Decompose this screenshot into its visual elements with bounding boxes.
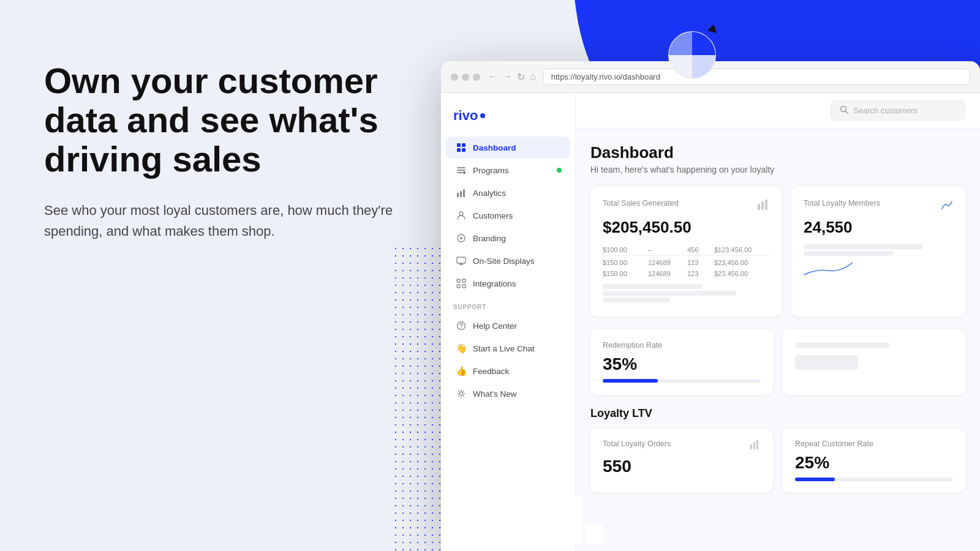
dashboard-subtitle: Hi team, here's what's happening on your… — [590, 165, 965, 174]
total-members-card: Total Loyalty Members 24,550 — [791, 187, 965, 317]
back-button[interactable]: ← — [488, 71, 497, 83]
sidebar-logo: rivo — [441, 103, 575, 136]
repeat-customer-value: 25% — [795, 453, 953, 473]
sidebar-item-live-chat[interactable]: 👋 Start a Live Chat — [446, 337, 570, 359]
total-members-header: Total Loyalty Members — [804, 199, 953, 213]
sales-mini-table: $100.00 – 456 $123,456.00 $150.00 124689… — [603, 244, 769, 302]
svg-rect-25 — [765, 200, 767, 210]
sidebar-item-branding[interactable]: Branding — [446, 227, 570, 249]
redemption-progress-bar — [603, 379, 761, 383]
search-icon — [840, 105, 848, 116]
support-section-label: SUPPORT — [441, 295, 575, 314]
svg-rect-5 — [457, 148, 461, 152]
url-bar[interactable]: https://loyalty.rivo.io/dashboard — [543, 69, 970, 85]
sidebar-item-customers[interactable]: Customers — [446, 204, 570, 227]
svg-rect-15 — [457, 279, 460, 282]
sidebar-item-integrations[interactable]: Integrations — [446, 272, 570, 294]
app-layout: rivo Dashboard — [441, 93, 980, 551]
svg-rect-24 — [761, 201, 764, 210]
top-bar: Search customers — [576, 93, 980, 129]
second-stats-row: Redemption Rate 35% — [590, 329, 965, 395]
redemption-label: Redemption Rate — [603, 341, 662, 350]
loyalty-orders-value: 550 — [603, 457, 761, 476]
shimmer-row — [804, 251, 893, 256]
members-shimmer — [804, 244, 953, 280]
loyalty-grid: Total Loyalty Orders — [590, 429, 965, 492]
shimmer-row — [804, 244, 923, 249]
sidebar-item-dashboard[interactable]: Dashboard — [446, 137, 570, 159]
shimmer-row — [603, 298, 669, 302]
loyalty-ltv-title: Loyalty LTV — [590, 407, 965, 420]
svg-rect-28 — [756, 440, 758, 449]
loyalty-orders-label: Total Loyalty Orders — [603, 440, 671, 448]
redemption-rate-card: Redemption Rate 35% — [590, 329, 773, 395]
sidebar-item-on-site-displays[interactable]: On-Site Displays — [446, 250, 570, 272]
svg-rect-4 — [462, 143, 466, 147]
svg-rect-16 — [462, 279, 466, 282]
integrations-icon — [456, 278, 467, 289]
members-sparkline — [804, 260, 853, 278]
total-sales-label: Total Sales Generated — [603, 199, 679, 208]
loyalty-orders-chart-icon — [750, 440, 761, 452]
search-customers-box[interactable]: Search customers — [831, 100, 965, 121]
browser-dot-red — [451, 73, 458, 81]
browser-dot-green — [473, 73, 480, 81]
shimmer — [795, 355, 858, 370]
browser-dot-yellow — [462, 73, 469, 81]
svg-rect-23 — [758, 204, 760, 210]
table-row: $150.00 124689 123 $23,456.00 — [603, 257, 769, 268]
shimmer-row — [603, 284, 703, 289]
live-chat-icon: 👋 — [456, 343, 467, 354]
programs-icon — [456, 165, 467, 176]
repeat-customer-progress — [795, 478, 953, 481]
repeat-customer-rate-card: Repeat Customer Rate 25% — [783, 429, 965, 492]
bar-chart-icon — [757, 199, 769, 213]
svg-rect-3 — [457, 143, 461, 147]
total-members-value: 24,550 — [804, 218, 953, 237]
browser-navigation[interactable]: ← → ↻ ⌂ — [488, 71, 536, 83]
forward-button[interactable]: → — [502, 71, 512, 83]
dashboard-icon — [456, 142, 467, 153]
dashboard-title: Dashboard — [590, 143, 965, 162]
main-content: Search customers Dashboard Hi team, here… — [576, 93, 980, 551]
browser-container: ← → ↻ ⌂ https://loyalty.rivo.io/dashboar… — [392, 0, 980, 551]
sidebar-item-help-center[interactable]: Help Center — [446, 315, 570, 337]
repeat-customer-header: Repeat Customer Rate — [795, 440, 953, 448]
hero-subtext: See who your most loyal customers are, h… — [44, 200, 399, 242]
table-header-row: $100.00 – 456 $123,456.00 — [603, 244, 769, 256]
shimmer — [795, 343, 890, 348]
svg-point-11 — [459, 212, 463, 216]
svg-point-20 — [461, 328, 461, 328]
analytics-icon — [456, 187, 467, 198]
home-button[interactable]: ⌂ — [530, 71, 536, 83]
repeat-customer-label: Repeat Customer Rate — [795, 440, 873, 448]
svg-marker-2 — [560, 473, 567, 480]
hero-headline: Own your customer data and see what's dr… — [44, 61, 399, 178]
svg-rect-10 — [463, 189, 465, 197]
pie-chart-decoration — [662, 24, 723, 86]
repeat-customer-fill — [795, 478, 835, 481]
redemption-value: 35% — [603, 354, 761, 374]
members-chart-icon — [941, 199, 953, 213]
browser-traffic-lights — [451, 73, 480, 81]
on-site-displays-icon — [456, 255, 467, 266]
sidebar-item-whats-new[interactable]: What's New — [446, 383, 570, 405]
sidebar-item-programs[interactable]: Programs — [446, 159, 570, 181]
total-sales-value: $205,450.50 — [603, 218, 769, 237]
customers-icon — [456, 210, 467, 221]
loyalty-orders-header: Total Loyalty Orders — [603, 440, 761, 452]
dashboard-content-area: Dashboard Hi team, here's what's happeni… — [576, 129, 980, 551]
table-row: $150.00 124689 123 $23,456.00 — [603, 268, 769, 279]
help-center-icon — [456, 320, 467, 331]
redemption-progress-fill — [603, 379, 658, 383]
svg-rect-9 — [460, 191, 462, 197]
sidebar-item-analytics[interactable]: Analytics — [446, 182, 570, 204]
sidebar-item-feedback[interactable]: 👍 Feedback — [446, 360, 570, 382]
redemption-header: Redemption Rate — [603, 341, 761, 350]
svg-point-13 — [460, 237, 462, 239]
refresh-button[interactable]: ↻ — [517, 71, 525, 83]
svg-rect-8 — [457, 193, 459, 197]
total-sales-header: Total Sales Generated — [603, 199, 769, 213]
hero-section: Own your customer data and see what's dr… — [44, 61, 399, 242]
svg-rect-26 — [750, 444, 752, 449]
